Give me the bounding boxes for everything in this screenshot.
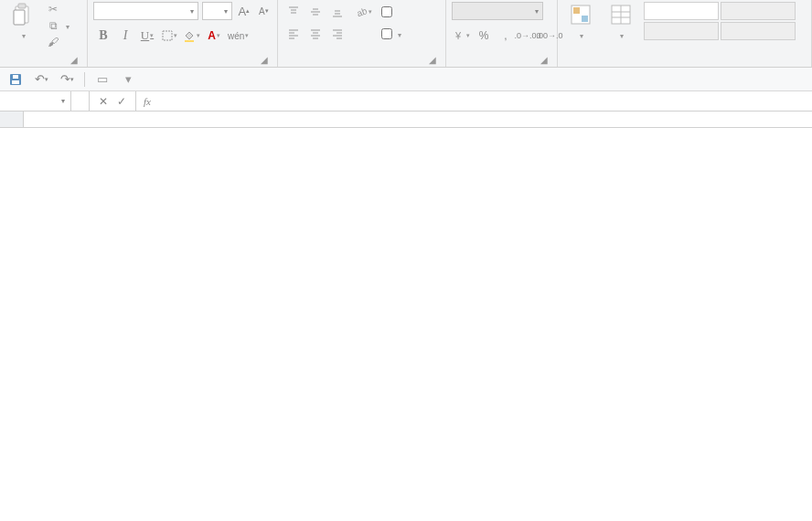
format-as-table-button[interactable] [604, 2, 638, 41]
accounting-format-button[interactable]: ¥ [452, 26, 472, 46]
merge-checkbox[interactable] [381, 28, 392, 39]
group-clipboard: ✂ ⧉ 🖌 ◢ [0, 0, 88, 67]
bucket-icon [183, 29, 196, 42]
svg-rect-3 [163, 31, 172, 40]
align-bottom-button[interactable] [327, 2, 347, 22]
phonetic-button[interactable]: wén [226, 26, 251, 46]
shrink-font-button[interactable]: A▾ [256, 2, 272, 20]
alignment-dialog-launcher[interactable]: ◢ [427, 54, 438, 65]
align-top-button[interactable] [283, 2, 304, 22]
group-number: ▾ ¥ % , .0→.00 .00→.0 ◢ [446, 0, 558, 67]
decrease-decimal-button[interactable]: .00→.0 [540, 26, 560, 46]
brush-icon: 🖌 [46, 35, 60, 49]
svg-rect-2 [14, 10, 25, 25]
preset-bad[interactable] [721, 2, 796, 20]
number-format-select[interactable]: ▾ [452, 2, 543, 20]
group-alignment: ab ◢ [278, 0, 446, 67]
comma-button[interactable]: , [496, 26, 516, 46]
svg-text:ab: ab [356, 5, 368, 18]
align-left-button[interactable] [283, 24, 304, 44]
italic-button[interactable]: I [115, 26, 135, 46]
cell-style-gallery[interactable] [644, 2, 796, 40]
confirm-edit-button[interactable]: ✓ [117, 95, 126, 108]
align-middle-button[interactable] [305, 2, 326, 22]
column-headers [0, 112, 812, 128]
percent-button[interactable]: % [474, 26, 494, 46]
number-dialog-launcher[interactable]: ◢ [539, 54, 550, 65]
preset-normal[interactable] [644, 2, 719, 20]
align-center-button[interactable] [305, 24, 326, 44]
bold-button[interactable]: B [93, 26, 113, 46]
ribbon: ✂ ⧉ 🖌 ◢ ▾ [0, 0, 812, 68]
clipboard-dialog-launcher[interactable]: ◢ [69, 54, 80, 65]
scissors-icon: ✂ [46, 2, 60, 16]
increase-decimal-button[interactable]: .0→.00 [518, 26, 538, 46]
svg-text:¥: ¥ [454, 30, 462, 41]
qat-btn-1[interactable]: ▭ [94, 71, 111, 88]
formula-input[interactable] [158, 91, 812, 111]
preset-calc[interactable] [721, 22, 796, 40]
quick-access-toolbar: ↶▾ ↷▾ ▭ ▾ [0, 68, 812, 91]
conditional-format-button[interactable] [563, 2, 598, 40]
qat-btn-2[interactable]: ▾ [120, 71, 136, 88]
group-styles [558, 0, 812, 67]
rotate-icon: ab [355, 5, 368, 18]
svg-rect-1 [18, 4, 26, 8]
border-icon [162, 30, 173, 41]
copy-icon: ⧉ [46, 18, 60, 33]
orientation-button[interactable]: ab [353, 2, 374, 22]
font-size-select[interactable]: ▾ [202, 2, 232, 20]
undo-button[interactable]: ↶▾ [33, 71, 49, 88]
wrap-text-toggle[interactable] [381, 2, 401, 22]
redo-button[interactable]: ↷▾ [59, 71, 75, 88]
save-icon [9, 73, 22, 86]
cancel-edit-button[interactable]: ✕ [99, 95, 108, 108]
font-color-button[interactable]: A [204, 26, 224, 46]
svg-rect-30 [582, 16, 588, 22]
fx-icon[interactable]: fx [136, 91, 158, 111]
border-button[interactable] [159, 26, 179, 46]
svg-rect-36 [12, 80, 19, 84]
merge-center-button[interactable] [381, 24, 401, 44]
select-all-corner[interactable] [0, 112, 24, 127]
currency-icon: ¥ [454, 29, 465, 42]
paste-button[interactable] [5, 2, 40, 40]
svg-rect-4 [185, 40, 194, 42]
svg-rect-37 [13, 75, 18, 79]
name-box[interactable]: ▾ [0, 91, 71, 111]
fill-color-button[interactable] [181, 26, 202, 46]
formula-bar: ▾ ✕ ✓ fx [0, 91, 812, 112]
svg-rect-29 [573, 7, 580, 14]
group-font: ▾ ▾ A▴ A▾ B I U A [88, 0, 278, 67]
format-painter-button[interactable]: 🖌 [46, 35, 69, 49]
font-dialog-launcher[interactable]: ◢ [259, 54, 270, 65]
grow-font-button[interactable]: A▴ [236, 2, 251, 20]
font-name-select[interactable]: ▾ [93, 2, 198, 20]
preset-good[interactable] [644, 22, 719, 40]
wrap-checkbox[interactable] [381, 6, 392, 17]
align-right-button[interactable] [327, 24, 347, 44]
copy-button[interactable]: ⧉ [46, 18, 69, 33]
spreadsheet-grid[interactable]: + [0, 112, 812, 128]
cut-button[interactable]: ✂ [46, 2, 69, 16]
underline-button[interactable]: U [137, 26, 157, 46]
save-button[interactable] [7, 71, 24, 88]
